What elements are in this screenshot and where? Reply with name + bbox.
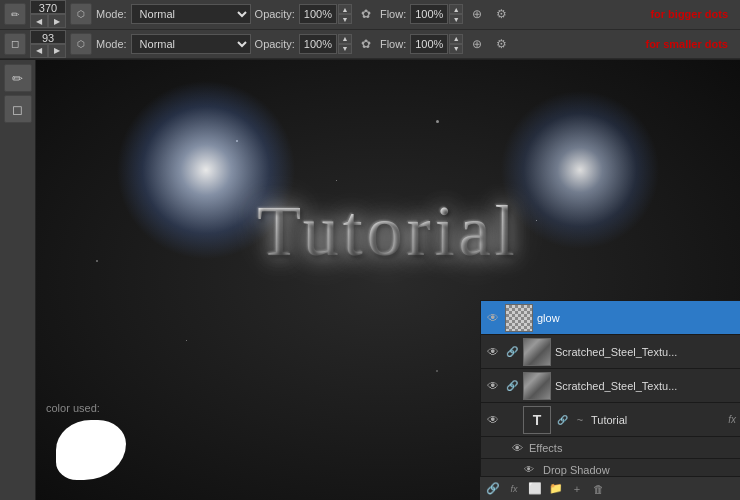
eye-icon-tutorial[interactable]: 👁 <box>485 412 501 428</box>
chain-icon-steel2[interactable]: 🔗 <box>505 379 519 393</box>
eraser-tool-icon[interactable]: ◻ <box>4 33 26 55</box>
brush-size-1: 370 ◀ ▶ <box>30 0 66 28</box>
bigger-dots-label: for bigger dots <box>650 8 736 20</box>
smaller-dots-label: for smaller dots <box>645 38 736 50</box>
flow-input-1[interactable]: 100% <box>410 4 448 24</box>
layer-row-glow[interactable]: 👁 glow <box>481 301 740 335</box>
new-layer-icon[interactable]: + <box>568 480 586 498</box>
delete-layer-icon[interactable]: 🗑 <box>589 480 607 498</box>
layer-row-tutorial[interactable]: 👁 - T 🔗 ~ Tutorial fx <box>481 403 740 437</box>
layer-name-steel1: Scratched_Steel_Textu... <box>555 346 736 358</box>
eye-icon-steel2[interactable]: 👁 <box>485 378 501 394</box>
opacity-label-2: Opacity: <box>255 38 295 50</box>
opacity-down-1[interactable]: ▼ <box>338 14 352 24</box>
flow-up-2[interactable]: ▲ <box>449 34 463 44</box>
layer-thumb-steel1 <box>523 338 551 366</box>
size-down-arrow-1[interactable]: ◀ <box>30 14 48 28</box>
eye-icon-glow[interactable]: 👁 <box>485 310 501 326</box>
size-up-arrow-1[interactable]: ▶ <box>48 14 66 28</box>
flow-input-2[interactable]: 100% <box>410 34 448 54</box>
chain-icon-steel1[interactable]: 🔗 <box>505 345 519 359</box>
layer-thumb-tutorial: T <box>523 406 551 434</box>
opacity-down-2[interactable]: ▼ <box>338 44 352 54</box>
brush-tool[interactable]: ✏ <box>4 64 32 92</box>
opacity-input-1[interactable]: 100% <box>299 4 337 24</box>
add-style-icon[interactable]: fx <box>505 480 523 498</box>
settings-icon-1[interactable]: ⚙ <box>491 4 511 24</box>
flow-up-1[interactable]: ▲ <box>449 4 463 14</box>
opacity-box-1: 100% ▲ ▼ <box>299 4 352 24</box>
brush-size-2: 93 ◀ ▶ <box>30 30 66 58</box>
toolbar-row-2: ◻ 93 ◀ ▶ ⬡ Mode: Normal Opacity: 100% ▲ … <box>0 30 740 60</box>
airbrush-icon-2[interactable]: ✿ <box>356 34 376 54</box>
color-label: color used: <box>46 402 206 414</box>
pressure-icon-1[interactable]: ⊕ <box>467 4 487 24</box>
effects-label: Effects <box>529 442 562 454</box>
brush-type-icon-1[interactable]: ⬡ <box>70 3 92 25</box>
link-layers-icon[interactable]: 🔗 <box>484 480 502 498</box>
flow-box-2: 100% ▲ ▼ <box>410 34 463 54</box>
layers-panel: 👁 glow 👁 🔗 Scratched_Steel_Textu... 👁 🔗 … <box>480 300 740 500</box>
chain-icon-tutorial: - <box>505 413 519 427</box>
opacity-box-2: 100% ▲ ▼ <box>299 34 352 54</box>
opacity-up-2[interactable]: ▲ <box>338 34 352 44</box>
layer-name-glow: glow <box>537 312 736 324</box>
mode-select-1[interactable]: Normal <box>131 4 251 24</box>
mode-select-2[interactable]: Normal <box>131 34 251 54</box>
new-group-icon[interactable]: 📁 <box>547 480 565 498</box>
eye-icon-steel1[interactable]: 👁 <box>485 344 501 360</box>
brush-size-value-1[interactable]: 370 <box>30 0 66 14</box>
layer-name-steel2: Scratched_Steel_Textu... <box>555 380 736 392</box>
flow-label-2: Flow: <box>380 38 406 50</box>
layer-row-steel1[interactable]: 👁 🔗 Scratched_Steel_Textu... <box>481 335 740 369</box>
layers-bottom-bar: 🔗 fx ⬜ 📁 + 🗑 <box>480 476 740 500</box>
fx-badge-tutorial: fx <box>728 414 736 425</box>
size-down-arrow-2[interactable]: ◀ <box>30 44 48 58</box>
layer-thumb-glow <box>505 304 533 332</box>
tutorial-text: Tutorial <box>257 190 518 273</box>
toolbar: ✏ 370 ◀ ▶ ⬡ Mode: Normal Opacity: 100% ▲… <box>0 0 740 60</box>
link-icon-tutorial: 🔗 <box>555 413 569 427</box>
left-sidebar: ✏ ◻ <box>0 60 36 500</box>
glow-right <box>500 90 660 250</box>
add-mask-icon[interactable]: ⬜ <box>526 480 544 498</box>
brush-type-icon-2[interactable]: ⬡ <box>70 33 92 55</box>
mode-label-2: Mode: <box>96 38 127 50</box>
airbrush-icon-1[interactable]: ✿ <box>356 4 376 24</box>
flow-label-1: Flow: <box>380 8 406 20</box>
flow-down-1[interactable]: ▼ <box>449 14 463 24</box>
flow-box-1: 100% ▲ ▼ <box>410 4 463 24</box>
opacity-input-2[interactable]: 100% <box>299 34 337 54</box>
tilde-icon-tutorial: ~ <box>573 413 587 427</box>
layer-name-tutorial: Tutorial <box>591 414 724 426</box>
toolbar-row-1: ✏ 370 ◀ ▶ ⬡ Mode: Normal Opacity: 100% ▲… <box>0 0 740 30</box>
size-up-arrow-2[interactable]: ▶ <box>48 44 66 58</box>
opacity-up-1[interactable]: ▲ <box>338 4 352 14</box>
brush-size-value-2[interactable]: 93 <box>30 30 66 44</box>
color-used-section: color used: <box>46 402 206 480</box>
settings-icon-2[interactable]: ⚙ <box>491 34 511 54</box>
layer-thumb-steel2 <box>523 372 551 400</box>
effect-name-drop-shadow: Drop Shadow <box>543 464 610 476</box>
pressure-icon-2[interactable]: ⊕ <box>467 34 487 54</box>
effects-header: 👁 Effects <box>481 437 740 459</box>
brush-tool-icon[interactable]: ✏ <box>4 3 26 25</box>
color-blob-white <box>56 420 126 480</box>
eraser-tool[interactable]: ◻ <box>4 95 32 123</box>
eye-icon-effects[interactable]: 👁 <box>509 440 525 456</box>
mode-label-1: Mode: <box>96 8 127 20</box>
opacity-label-1: Opacity: <box>255 8 295 20</box>
flow-down-2[interactable]: ▼ <box>449 44 463 54</box>
layer-row-steel2[interactable]: 👁 🔗 Scratched_Steel_Textu... <box>481 369 740 403</box>
